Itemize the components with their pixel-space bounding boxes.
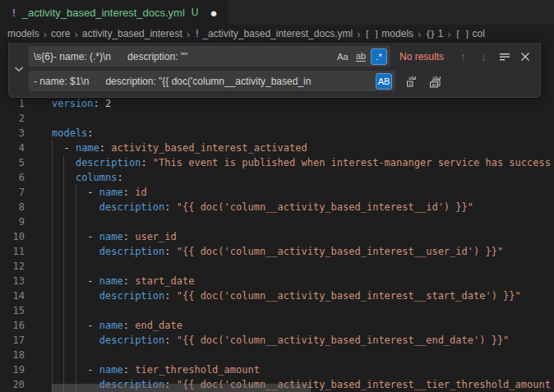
breadcrumb-separator-icon: › xyxy=(74,28,77,40)
breadcrumb-label: col xyxy=(473,28,485,39)
line-number: 4 xyxy=(0,141,25,155)
code-editor[interactable]: 1234567891011121314151617181920 version:… xyxy=(0,43,554,392)
code-content[interactable]: version: 2models: - name: activity_based… xyxy=(52,96,554,392)
breadcrumb-label: core xyxy=(51,28,70,39)
tab-bar: ! _activity_based_interest_docs.yml U ● xyxy=(0,0,554,25)
breadcrumb-item-_activity_based_interest_docs.yml[interactable]: !_activity_based_interest_docs.yml xyxy=(194,28,353,39)
replace-value-text: - name: $1\n description: "{{ doc('colum… xyxy=(34,76,374,87)
line-number-gutter: 1234567891011121314151617181920 xyxy=(0,96,25,392)
breadcrumb-item-col[interactable]: [ ]col xyxy=(455,28,485,39)
line-number: 16 xyxy=(0,318,25,333)
line-number: 13 xyxy=(0,274,25,288)
line-number: 17 xyxy=(0,333,25,348)
close-find-button[interactable] xyxy=(516,48,533,65)
find-row: \s{6}- name: (.*)\n description: "" Aa a… xyxy=(29,46,537,67)
breadcrumb-item-1[interactable]: {}1 xyxy=(425,28,443,39)
code-line[interactable]: description: "{{ doc('column__activity_b… xyxy=(52,333,554,348)
replace-row: - name: $1\n description: "{{ doc('colum… xyxy=(29,71,537,91)
code-line[interactable]: version: 2 xyxy=(52,96,554,111)
modified-indicator-icon[interactable]: ● xyxy=(210,7,218,19)
array-symbol-icon: [ ] xyxy=(364,29,378,39)
code-line[interactable]: - name: id xyxy=(52,185,554,200)
array-symbol-icon: [ ] xyxy=(455,29,469,39)
code-line[interactable]: description: "{{ doc('column__activity_b… xyxy=(52,288,554,303)
find-in-selection-button[interactable] xyxy=(496,48,513,65)
preserve-case-button[interactable]: AB xyxy=(376,73,392,90)
svg-text:c: c xyxy=(409,81,412,86)
code-line[interactable] xyxy=(52,259,554,274)
line-number: 9 xyxy=(0,214,25,229)
match-case-button[interactable]: Aa xyxy=(335,48,351,65)
breadcrumb-label: activity_based_interest xyxy=(82,28,182,39)
breadcrumb-separator-icon: › xyxy=(187,28,190,40)
git-status-badge: U xyxy=(192,7,199,18)
find-input[interactable]: \s{6}- name: (.*)\n description: "" Aa a… xyxy=(29,46,390,67)
line-number: 14 xyxy=(0,288,25,303)
code-line[interactable]: - name: start_date xyxy=(52,274,554,288)
replace-icon: ab c xyxy=(405,75,418,88)
breadcrumb-label: models xyxy=(381,28,413,39)
whole-word-label: ab xyxy=(356,51,366,62)
line-number: 12 xyxy=(0,259,25,274)
line-number: 3 xyxy=(0,126,25,141)
breadcrumb-separator-icon: › xyxy=(44,28,47,40)
find-widget: \s{6}- name: (.*)\n description: "" Aa a… xyxy=(8,43,541,98)
next-match-button[interactable]: ↓ xyxy=(475,48,492,65)
line-number: 2 xyxy=(0,111,25,126)
breadcrumb-item-models[interactable]: models xyxy=(7,28,39,39)
code-line[interactable]: models: xyxy=(52,126,554,141)
yaml-symbol-icon: ! xyxy=(194,28,199,39)
horizontal-scrollbar[interactable] xyxy=(52,384,311,392)
breadcrumb-label: 1 xyxy=(438,28,444,39)
breadcrumb-separator-icon: › xyxy=(418,28,421,40)
regex-button[interactable]: .* xyxy=(371,48,387,65)
code-line[interactable] xyxy=(52,303,554,318)
code-line[interactable] xyxy=(52,111,554,126)
breadcrumb-separator-icon: › xyxy=(447,28,450,40)
breadcrumb-label: models xyxy=(7,28,39,39)
replace-input[interactable]: - name: $1\n description: "{{ doc('colum… xyxy=(29,71,395,91)
code-line[interactable]: - name: user_id xyxy=(52,229,554,244)
selection-icon xyxy=(499,52,510,62)
line-number: 18 xyxy=(0,348,25,362)
svg-text:ac: ac xyxy=(432,81,437,86)
code-line[interactable]: - name: tier_threshold_amount xyxy=(52,362,554,377)
code-line[interactable]: - name: activity_based_interest_activate… xyxy=(52,141,554,155)
replace-button[interactable]: ab c xyxy=(403,72,420,90)
toggle-replace-button[interactable] xyxy=(9,46,29,91)
close-icon xyxy=(520,52,530,62)
breadcrumb-item-models[interactable]: [ ]models xyxy=(364,28,413,39)
find-status: No results xyxy=(399,51,444,62)
code-line[interactable]: description: "{{ doc('column__activity_b… xyxy=(52,200,554,214)
line-number: 15 xyxy=(0,303,25,318)
breadcrumb-item-core[interactable]: core xyxy=(51,28,70,39)
code-line[interactable] xyxy=(52,214,554,229)
object-symbol-icon: {} xyxy=(425,29,434,39)
find-query-text: \s{6}- name: (.*)\n description: "" xyxy=(34,51,333,62)
breadcrumb-label: _activity_based_interest_docs.yml xyxy=(202,28,353,39)
replace-all-button[interactable]: ab ac xyxy=(427,72,444,90)
line-number: 11 xyxy=(0,244,25,259)
line-number: 7 xyxy=(0,185,25,200)
tab-activity-based-interest-docs[interactable]: ! _activity_based_interest_docs.yml U ● xyxy=(0,0,228,25)
breadcrumb-item-activity_based_interest[interactable]: activity_based_interest xyxy=(82,28,182,39)
line-number: 8 xyxy=(0,200,25,214)
whole-word-button[interactable]: ab xyxy=(353,48,369,65)
yaml-file-icon: ! xyxy=(11,7,17,19)
breadcrumb-separator-icon: › xyxy=(357,28,360,40)
code-line[interactable]: description: "This event is published wh… xyxy=(52,155,554,170)
line-number: 20 xyxy=(0,377,25,392)
previous-match-button[interactable]: ↑ xyxy=(455,48,472,65)
line-number: 5 xyxy=(0,155,25,170)
line-number: 10 xyxy=(0,229,25,244)
tab-filename: _activity_based_interest_docs.yml xyxy=(22,7,185,19)
code-line[interactable] xyxy=(52,348,554,362)
breadcrumb: models›core›activity_based_interest›!_ac… xyxy=(0,25,554,43)
replace-all-icon: ab ac xyxy=(428,75,443,88)
code-line[interactable]: columns: xyxy=(52,170,554,185)
code-line[interactable]: - name: end_date xyxy=(52,318,554,333)
line-number: 6 xyxy=(0,170,25,185)
chevron-down-icon xyxy=(14,66,24,72)
code-line[interactable]: description: "{{ doc('column__activity_b… xyxy=(52,244,554,259)
line-number: 19 xyxy=(0,362,25,377)
